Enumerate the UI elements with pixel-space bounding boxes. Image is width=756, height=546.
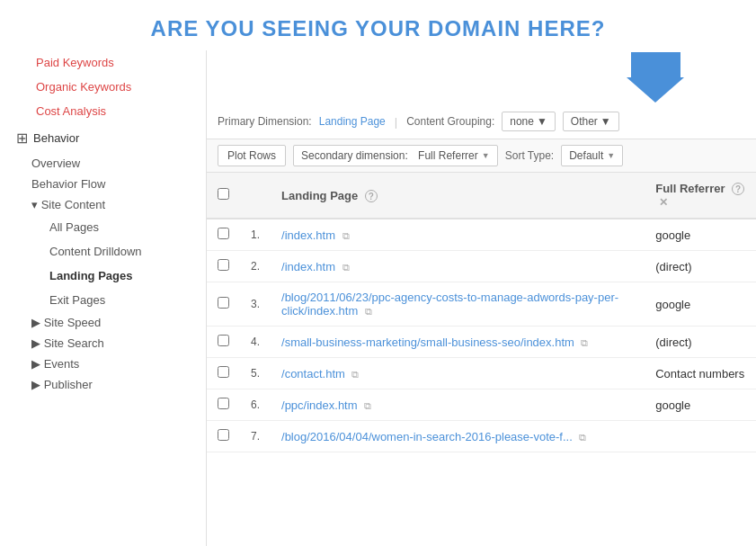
table-row: 1. /index.htm ⧉ google (207, 219, 756, 251)
row-url-link[interactable]: /index.htm (281, 260, 335, 273)
sidebar-item-paid-keywords[interactable]: Paid Keywords (0, 50, 206, 75)
row-checkbox-cell (207, 358, 240, 389)
row-external-icon[interactable]: ⧉ (342, 262, 350, 273)
row-referrer-cell: Contact numbers (645, 358, 756, 389)
plot-rows-button[interactable]: Plot Rows (218, 145, 286, 166)
other-caret: ▼ (600, 115, 611, 128)
row-checkbox[interactable] (218, 259, 229, 271)
sidebar-behavior-label: Behavior (33, 131, 79, 145)
sort-type-label: Sort Type: (505, 149, 554, 162)
table-row: 6. /ppc/index.htm ⧉ google (207, 389, 756, 421)
row-url-link[interactable]: /index.htm (281, 228, 335, 242)
site-content-arrow: ▾ (31, 198, 41, 211)
col-checkbox (207, 173, 240, 219)
col-landing-page: Landing Page ? (271, 173, 645, 219)
content-grouping-caret: ▼ (537, 115, 547, 128)
table-row: 3. /blog/2011/06/23/ppc-agency-costs-to-… (207, 282, 756, 327)
row-checkbox[interactable] (218, 398, 229, 409)
table-row: 7. /blog/2016/04/04/women-in-search-2016… (207, 421, 756, 452)
sort-type-dropdown[interactable]: Default ▼ (561, 145, 623, 166)
secondary-dim-label: Secondary dimension: (301, 149, 408, 162)
toolbar-row-1: Primary Dimension: Landing Page | Conten… (207, 104, 756, 139)
row-url-cell: /index.htm ⧉ (271, 219, 645, 251)
row-checkbox[interactable] (218, 366, 229, 378)
site-search-arrow: ▶ (31, 336, 44, 350)
sidebar-item-landing-pages[interactable]: Landing Pages (0, 264, 206, 288)
row-num: 2. (240, 251, 271, 282)
row-url-cell: /small-business-marketing/small-business… (271, 327, 645, 358)
events-arrow: ▶ (31, 357, 44, 371)
sidebar: Paid Keywords Organic Keywords Cost Anal… (0, 50, 207, 546)
secondary-dim-caret: ▼ (482, 151, 490, 160)
col-num (240, 173, 271, 219)
row-url-link[interactable]: /contact.htm (281, 367, 345, 380)
row-num: 4. (240, 327, 271, 358)
row-checkbox[interactable] (218, 228, 229, 239)
row-checkbox-cell (207, 327, 240, 358)
sidebar-item-site-search[interactable]: ▶ Site Search (0, 333, 206, 354)
row-checkbox-cell (207, 389, 240, 421)
sidebar-item-site-content[interactable]: ▾ Site Content (0, 194, 206, 215)
row-url-link[interactable]: /blog/2011/06/23/ppc-agency-costs-to-man… (281, 291, 618, 318)
other-dropdown[interactable]: Other ▼ (563, 112, 619, 131)
sidebar-item-publisher[interactable]: ▶ Publisher (0, 374, 206, 395)
row-referrer-cell (645, 421, 756, 452)
select-all-checkbox[interactable] (218, 188, 229, 200)
row-referrer-cell: (direct) (645, 251, 756, 282)
row-referrer-cell: google (645, 389, 756, 421)
toolbar-row-2: Plot Rows Secondary dimension: Full Refe… (207, 139, 756, 173)
secondary-dim-dropdown[interactable]: Secondary dimension: Full Referrer ▼ (293, 145, 498, 166)
col-remove-icon[interactable]: ✕ (659, 196, 668, 209)
content-grouping-dropdown[interactable]: none ▼ (502, 112, 556, 131)
row-external-icon[interactable]: ⧉ (364, 400, 371, 411)
row-url-link[interactable]: /small-business-marketing/small-business… (281, 336, 574, 349)
sidebar-item-site-speed[interactable]: ▶ Site Speed (0, 312, 206, 333)
sidebar-item-all-pages[interactable]: All Pages (0, 215, 206, 239)
row-referrer-cell: (direct) (645, 327, 756, 358)
row-url-cell: /contact.htm ⧉ (271, 358, 645, 389)
col-full-referrer: Full Referrer ? ✕ (645, 173, 756, 219)
row-checkbox[interactable] (218, 429, 229, 441)
publisher-arrow: ▶ (31, 378, 44, 391)
row-num: 5. (240, 358, 271, 389)
row-checkbox-cell (207, 421, 240, 452)
row-url-link[interactable]: /ppc/index.htm (281, 398, 358, 412)
data-table: Landing Page ? Full Referrer ? ✕ (207, 173, 756, 452)
sidebar-item-cost-analysis[interactable]: Cost Analysis (0, 99, 206, 123)
row-checkbox[interactable] (218, 297, 229, 309)
sidebar-item-content-drilldown[interactable]: Content Drilldown (0, 239, 206, 264)
row-url-cell: /index.htm ⧉ (271, 251, 645, 282)
site-speed-arrow: ▶ (31, 316, 44, 329)
row-num: 6. (240, 389, 271, 421)
row-external-icon[interactable]: ⧉ (342, 230, 350, 241)
table-row: 2. /index.htm ⧉ (direct) (207, 251, 756, 282)
row-external-icon[interactable]: ⧉ (579, 432, 586, 443)
row-num: 7. (240, 421, 271, 452)
row-url-link[interactable]: /blog/2016/04/04/women-in-search-2016-pl… (281, 430, 573, 443)
row-num: 3. (240, 282, 271, 327)
arrow-container (207, 50, 756, 104)
sidebar-item-exit-pages[interactable]: Exit Pages (0, 288, 206, 312)
row-url-cell: /blog/2016/04/04/women-in-search-2016-pl… (271, 421, 645, 452)
sidebar-item-behavior-flow[interactable]: Behavior Flow (0, 174, 206, 194)
row-external-icon[interactable]: ⧉ (365, 306, 372, 317)
table-row: 4. /small-business-marketing/small-busin… (207, 327, 756, 358)
row-checkbox-cell (207, 251, 240, 282)
table-row: 5. /contact.htm ⧉ Contact numbers (207, 358, 756, 389)
row-referrer-cell: google (645, 219, 756, 251)
sidebar-item-overview[interactable]: Overview (0, 153, 206, 174)
sidebar-section-behavior[interactable]: ⊞ Behavior (0, 123, 206, 153)
row-checkbox[interactable] (218, 335, 229, 346)
full-referrer-help-icon[interactable]: ? (732, 183, 744, 195)
row-num: 1. (240, 219, 271, 251)
sidebar-item-organic-keywords[interactable]: Organic Keywords (0, 75, 206, 99)
row-referrer-cell: google (645, 282, 756, 327)
row-external-icon[interactable]: ⧉ (581, 337, 588, 348)
content-grouping-label: Content Grouping: (406, 115, 494, 128)
primary-dim-value[interactable]: Landing Page (319, 115, 386, 128)
behavior-icon: ⊞ (16, 130, 28, 147)
sidebar-item-events[interactable]: ▶ Events (0, 354, 206, 374)
row-external-icon[interactable]: ⧉ (351, 369, 359, 380)
row-url-cell: /blog/2011/06/23/ppc-agency-costs-to-man… (271, 282, 645, 327)
landing-page-help-icon[interactable]: ? (365, 190, 378, 202)
